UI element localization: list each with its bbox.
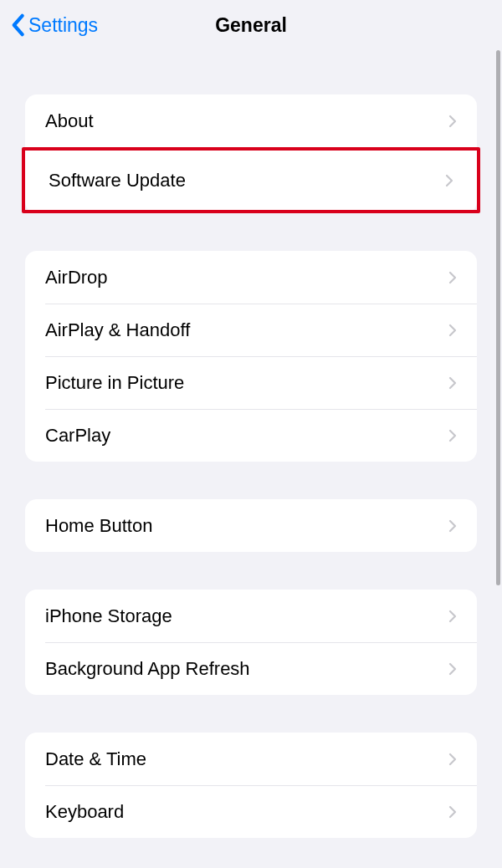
chevron-left-icon xyxy=(10,13,25,37)
highlight-annotation: Software Update xyxy=(22,147,480,213)
row-label: AirDrop xyxy=(45,267,108,288)
page-title: General xyxy=(215,14,287,37)
chevron-right-icon xyxy=(448,662,457,676)
row-background-app-refresh[interactable]: Background App Refresh xyxy=(25,642,477,695)
row-carplay[interactable]: CarPlay xyxy=(25,409,477,462)
row-label: Date & Time xyxy=(45,748,146,770)
chevron-right-icon xyxy=(448,519,457,533)
settings-group-storage: iPhone Storage Background App Refresh xyxy=(25,590,477,695)
chevron-right-icon xyxy=(448,429,457,442)
scrollbar[interactable] xyxy=(496,50,500,585)
row-label: Software Update xyxy=(49,170,186,191)
chevron-right-icon xyxy=(448,753,457,766)
row-about[interactable]: About xyxy=(25,94,477,147)
chevron-right-icon xyxy=(448,805,457,819)
row-label: CarPlay xyxy=(45,425,110,447)
chevron-right-icon xyxy=(448,271,457,284)
settings-group-about: About Software Update xyxy=(25,94,477,213)
settings-group-connectivity: AirDrop AirPlay & Handoff Picture in Pic… xyxy=(25,251,477,462)
row-airdrop[interactable]: AirDrop xyxy=(25,251,477,304)
row-software-update[interactable]: Software Update xyxy=(25,151,477,210)
row-label: Home Button xyxy=(45,515,152,537)
chevron-right-icon xyxy=(448,610,457,623)
chevron-right-icon xyxy=(448,115,457,128)
row-iphone-storage[interactable]: iPhone Storage xyxy=(25,590,477,642)
row-keyboard[interactable]: Keyboard xyxy=(25,785,477,838)
row-date-time[interactable]: Date & Time xyxy=(25,733,477,785)
content-area: About Software Update AirDrop AirPlay & … xyxy=(0,50,502,868)
back-button[interactable]: Settings xyxy=(10,13,98,37)
row-airplay-handoff[interactable]: AirPlay & Handoff xyxy=(25,304,477,356)
chevron-right-icon xyxy=(445,174,453,187)
row-label: Background App Refresh xyxy=(45,658,250,680)
back-label: Settings xyxy=(28,14,98,37)
row-label: Keyboard xyxy=(45,801,124,823)
settings-group-input: Date & Time Keyboard xyxy=(25,733,477,838)
row-label: AirPlay & Handoff xyxy=(45,319,190,341)
settings-group-home-button: Home Button xyxy=(25,499,477,552)
row-label: About xyxy=(45,110,94,132)
row-picture-in-picture[interactable]: Picture in Picture xyxy=(25,356,477,409)
chevron-right-icon xyxy=(448,324,457,337)
row-label: iPhone Storage xyxy=(45,605,172,627)
row-label: Picture in Picture xyxy=(45,372,184,394)
nav-header: Settings General xyxy=(0,0,502,50)
chevron-right-icon xyxy=(448,376,457,390)
row-home-button[interactable]: Home Button xyxy=(25,499,477,552)
